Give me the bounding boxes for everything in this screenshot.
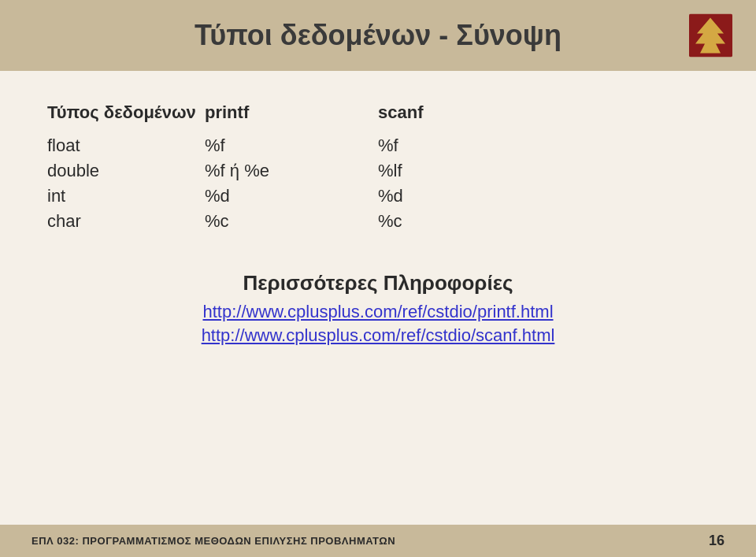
type-char: char [47,211,205,232]
scanf-char: %c [378,211,536,232]
more-info-link-printf[interactable]: http://www.cplusplus.com/ref/cstdio/prin… [47,302,709,322]
data-table: Τύπος δεδομένων printf scanf float %f %f… [47,102,709,232]
printf-double: %f ή %e [205,161,378,181]
table-header-row: Τύπος δεδομένων printf scanf [47,102,709,131]
col-header-printf: printf [205,102,378,123]
scanf-float: %f [378,136,536,156]
table-row: float %f %f [47,136,709,156]
printf-char: %c [205,211,378,232]
footer: ΕΠΛ 032: ΠΡΟΓΡΑΜΜΑΤΙΣΜΟΣ ΜΕΘΟΔΩΝ ΕΠΙΛΥΣΗ… [0,525,756,557]
more-info-title: Περισσότερες Πληροφορίες [47,271,709,295]
printf-int: %d [205,186,378,206]
logo [689,14,732,58]
type-double: double [47,161,205,181]
type-float: float [47,136,205,156]
header: Τύποι δεδομένων - Σύνοψη [0,0,756,71]
more-info-link-scanf[interactable]: http://www.cplusplus.com/ref/cstdio/scan… [47,325,709,346]
col-header-type: Τύπος δεδομένων [47,102,205,123]
scanf-double: %lf [378,161,536,181]
printf-float: %f [205,136,378,156]
table-row: char %c %c [47,211,709,232]
table-row: double %f ή %e %lf [47,161,709,181]
more-info-section: Περισσότερες Πληροφορίες http://www.cplu… [47,271,709,346]
type-int: int [47,186,205,206]
main-content: Τύπος δεδομένων printf scanf float %f %f… [0,71,756,365]
page-title: Τύποι δεδομένων - Σύνοψη [195,19,561,52]
col-header-scanf: scanf [378,102,536,123]
table-row: int %d %d [47,186,709,206]
scanf-int: %d [378,186,536,206]
footer-text: ΕΠΛ 032: ΠΡΟΓΡΑΜΜΑΤΙΣΜΟΣ ΜΕΘΟΔΩΝ ΕΠΙΛΥΣΗ… [32,535,395,547]
footer-page-number: 16 [709,533,724,549]
